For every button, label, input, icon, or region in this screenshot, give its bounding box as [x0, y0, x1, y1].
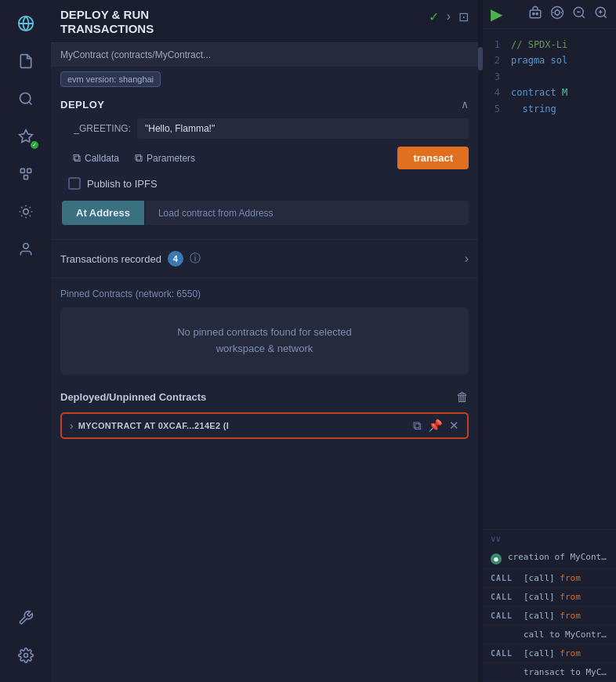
log-entry-text6: [call] from	[524, 648, 608, 658]
sidebar-icon-search[interactable]	[9, 82, 43, 116]
ipfs-label: Publish to IPFS	[87, 178, 158, 190]
transactions-row[interactable]: Transactions recorded 4 ⓘ ›	[51, 239, 478, 278]
transactions-chevron-icon[interactable]: ›	[465, 252, 469, 266]
transactions-label: Transactions recorded	[60, 253, 161, 265]
expand-icon[interactable]: ⊡	[458, 9, 469, 24]
log-chevrons[interactable]: ∨∨	[483, 530, 616, 548]
calldata-label: Calldata	[85, 153, 119, 164]
zoom-in-icon[interactable]	[594, 5, 608, 24]
code-toolbar-icons	[528, 5, 608, 24]
load-contract-label: Load contract from Address	[158, 208, 274, 219]
log-status-icon: ●	[491, 553, 502, 564]
robot-icon[interactable]	[528, 5, 542, 24]
log-entry-call1: CALL [call] from	[483, 569, 616, 588]
log-entry-text: creation of MyContra	[508, 552, 608, 562]
contract-bar: MyContract (contracts/MyContract...	[51, 43, 478, 67]
load-contract-button[interactable]: Load contract from Address	[146, 201, 469, 225]
svg-point-7	[23, 209, 28, 215]
sidebar: ✓	[0, 0, 51, 682]
at-address-button[interactable]: At Address	[62, 201, 144, 225]
trash-icon[interactable]: 🗑	[456, 390, 469, 404]
panel-header: DEPLOY & RUN TRANSACTIONS ✓ › ⊡	[51, 0, 478, 43]
evm-badge: evm version: shanghai	[51, 67, 478, 92]
svg-rect-10	[530, 10, 541, 18]
pinned-empty-message: No pinned contracts found for selected w…	[60, 307, 469, 375]
check-icon[interactable]: ✓	[429, 9, 439, 24]
svg-rect-5	[27, 169, 31, 172]
parameters-button[interactable]: ⧉ Parameters	[130, 148, 200, 168]
greeting-row: _GREETING:	[60, 118, 469, 139]
deployed-contracts-section: Deployed/Unpinned Contracts 🗑 › MYCONTRA…	[51, 381, 478, 445]
pinned-contracts-section: Pinned Contracts (network: 6550) No pinn…	[51, 278, 478, 381]
action-buttons-row: ⧉ Calldata ⧉ Parameters transact	[68, 147, 469, 169]
svg-line-2	[28, 102, 31, 105]
sidebar-icon-globe[interactable]	[9, 6, 43, 41]
deployed-header: Deployed/Unpinned Contracts 🗑	[60, 390, 469, 404]
contract-item-name: MYCONTRACT AT 0XCAF...214E2 (I	[78, 421, 408, 430]
transact-button[interactable]: transact	[397, 147, 469, 169]
deploy-label: DEPLOY	[60, 99, 104, 111]
line-numbers: 1 2 3 4 5	[483, 29, 506, 529]
sidebar-icon-user[interactable]	[9, 232, 43, 267]
at-address-label: At Address	[76, 207, 130, 219]
sidebar-icon-git[interactable]	[9, 157, 43, 191]
sidebar-icon-plugin[interactable]: ✓	[9, 119, 43, 154]
evm-version-badge: evm version: shanghai	[60, 71, 161, 87]
panel-content: MyContract (contracts/MyContract... evm …	[51, 43, 478, 682]
deployed-title: Deployed/Unpinned Contracts	[60, 391, 206, 403]
zoom-out-icon[interactable]	[572, 5, 586, 24]
log-call-label: CALL	[491, 574, 517, 582]
log-entry-text3: [call] from	[524, 592, 608, 602]
plugin-badge: ✓	[29, 140, 40, 151]
svg-point-13	[555, 10, 560, 15]
info-icon: ⓘ	[190, 252, 201, 266]
code-area: 1 2 3 4 5 // SPDX-Li pragma sol contract…	[483, 29, 616, 529]
address-row: At Address Load contract from Address	[62, 201, 469, 225]
contract-item: › MYCONTRACT AT 0XCAF...214E2 (I ⧉ 📌 ✕	[60, 412, 469, 439]
log-entry-info: call to MyContract.g	[483, 626, 616, 644]
deploy-section: DEPLOY ∧ _GREETING: ⧉ Calldata ⧉ Paramet…	[51, 92, 478, 239]
collapse-button[interactable]: ∧	[461, 98, 469, 111]
ipfs-row: Publish to IPFS	[68, 177, 469, 190]
deploy-header: DEPLOY ∧	[60, 98, 469, 111]
svg-point-12	[536, 13, 538, 14]
close-contract-icon[interactable]: ✕	[449, 419, 459, 433]
ipfs-checkbox[interactable]	[68, 177, 81, 190]
pinned-network: (network: 6550)	[136, 288, 201, 299]
greeting-input[interactable]	[137, 118, 469, 139]
log-call-label3: CALL	[491, 611, 517, 620]
log-entry-call2: CALL [call] from	[483, 588, 616, 607]
chevron-icon[interactable]: ›	[447, 9, 451, 24]
pin-contract-icon[interactable]: 📌	[428, 419, 443, 433]
contract-chevron-icon[interactable]: ›	[70, 419, 74, 432]
copy-icon2: ⧉	[135, 151, 143, 165]
svg-point-9	[24, 654, 27, 658]
log-entry-transact: transact to MyCont ra	[483, 663, 616, 682]
panel-title: DEPLOY & RUN TRANSACTIONS	[60, 8, 154, 36]
log-entry-text4: [call] from	[524, 611, 608, 621]
svg-line-16	[582, 15, 584, 17]
sidebar-icon-files[interactable]	[9, 44, 43, 78]
parameters-label: Parameters	[147, 153, 195, 164]
sidebar-icon-wrench[interactable]	[9, 600, 43, 635]
run-button[interactable]: ▶	[491, 5, 502, 24]
pinned-title: Pinned Contracts (network: 6550)	[60, 288, 469, 299]
code-toolbar: ▶	[483, 0, 616, 29]
log-entry-text2: [call] from	[524, 573, 608, 583]
copy-contract-icon[interactable]: ⧉	[413, 419, 422, 433]
sidebar-icon-debug[interactable]	[9, 194, 43, 229]
log-call-label4: CALL	[491, 649, 517, 658]
svg-rect-6	[24, 176, 27, 180]
greeting-label: _GREETING:	[60, 123, 131, 134]
sidebar-icon-settings[interactable]	[9, 638, 43, 673]
svg-line-20	[603, 15, 606, 17]
log-entry-text5: call to MyContract.g	[491, 629, 608, 640]
log-call-label2: CALL	[491, 593, 517, 601]
code-lines: // SPDX-Li pragma sol contract M string	[506, 29, 616, 529]
code-panel: ▶	[483, 0, 616, 682]
camera-icon[interactable]	[550, 5, 564, 24]
svg-point-11	[533, 13, 534, 14]
calldata-button[interactable]: ⧉ Calldata	[68, 148, 124, 168]
log-entry-creation: ● creation of MyContra	[483, 548, 616, 569]
transaction-count-badge: 4	[168, 251, 183, 267]
